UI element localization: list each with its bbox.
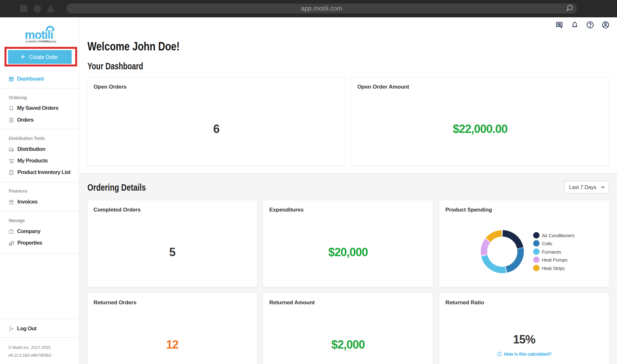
svg-text:a member of DAIKIN group: a member of DAIKIN group [25, 40, 57, 43]
svg-text:motili: motili [25, 28, 53, 41]
